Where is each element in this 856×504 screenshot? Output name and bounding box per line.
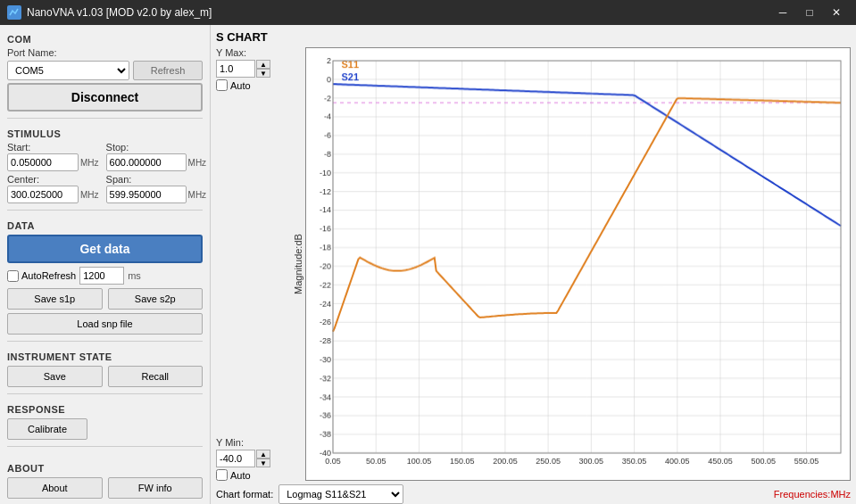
chart-title: S CHART	[216, 30, 851, 44]
recall-button[interactable]: Recall	[108, 366, 204, 387]
about-section: ABOUT About FW info	[7, 459, 203, 499]
y-max-down-button[interactable]: ▼	[256, 69, 270, 78]
data-label: DATA	[7, 220, 203, 231]
y-min-auto-label[interactable]: Auto	[216, 469, 251, 481]
com-label: COM	[7, 34, 203, 45]
y-min-auto-checkbox[interactable]	[216, 469, 228, 481]
autorefresh-checkbox[interactable]	[7, 270, 19, 282]
save-recall-row: Save Recall	[7, 366, 203, 387]
y-max-up-button[interactable]: ▲	[256, 60, 270, 69]
y-max-control: Y Max: ▲ ▼ Auto	[216, 47, 287, 91]
calibrate-button[interactable]: Calibrate	[7, 418, 87, 440]
y-max-auto-checkbox[interactable]	[216, 79, 228, 91]
autorefresh-row: AutoRefresh ms	[7, 267, 203, 285]
divider-1	[7, 118, 203, 119]
start-label: Start:	[7, 142, 99, 153]
app-icon	[7, 5, 21, 20]
chart-area: Y Max: ▲ ▼ Auto Y Min:	[216, 47, 851, 481]
close-button[interactable]: ✕	[824, 3, 849, 22]
center-unit: MHz	[80, 190, 99, 200]
y-min-down-button[interactable]: ▼	[256, 459, 270, 467]
window-controls: ─ □ ✕	[770, 3, 849, 22]
response-label: RESPONSE	[7, 404, 203, 415]
disconnect-button[interactable]: Disconnect	[7, 83, 203, 112]
stop-input[interactable]	[106, 153, 187, 171]
stop-field-row: MHz	[106, 153, 207, 171]
start-field-row: MHz	[7, 153, 99, 171]
start-unit: MHz	[80, 158, 99, 168]
refresh-button[interactable]: Refresh	[133, 61, 203, 80]
com-section: COM Port Name: COM5 Refresh Disconnect	[7, 30, 203, 112]
y-min-up-button[interactable]: ▲	[256, 450, 270, 459]
chart-wrapper: Magnitude:dB	[291, 47, 851, 481]
divider-3	[7, 341, 203, 342]
y-max-input[interactable]	[216, 60, 255, 78]
about-label: ABOUT	[7, 463, 203, 474]
chart-canvas[interactable]	[306, 48, 850, 480]
span-label: Span:	[106, 174, 207, 185]
y-max-auto-label[interactable]: Auto	[216, 79, 251, 91]
start-group: Start: MHz	[7, 142, 99, 171]
chart-bottom: Chart format: Logmag S11&S21 Phase S11&S…	[216, 484, 851, 504]
maximize-button[interactable]: □	[797, 3, 822, 22]
instrument-section: INSTRUMENT STATE Save Recall	[7, 348, 203, 387]
stop-label: Stop:	[106, 142, 207, 153]
save-state-button[interactable]: Save	[7, 366, 103, 387]
data-section: DATA Get data AutoRefresh ms Save s1p Sa…	[7, 217, 203, 335]
span-unit: MHz	[188, 190, 207, 200]
fw-info-button[interactable]: FW info	[108, 477, 204, 499]
save-s1p-button[interactable]: Save s1p	[7, 288, 103, 310]
stop-unit: MHz	[188, 158, 207, 168]
start-input[interactable]	[7, 153, 79, 171]
y-max-spin-row: ▲ ▼	[216, 60, 270, 78]
chart-format-select[interactable]: Logmag S11&S21 Phase S11&S21 S11 Smith S…	[278, 484, 403, 504]
center-label: Center:	[7, 174, 99, 185]
chart-canvas-container[interactable]	[305, 47, 851, 481]
autorefresh-input[interactable]	[79, 267, 124, 285]
y-min-control: Y Min: ▲ ▼ Auto	[216, 437, 287, 481]
ms-label: ms	[128, 270, 141, 281]
y-min-spin-row: ▲ ▼	[216, 450, 270, 467]
y-max-spin-buttons: ▲ ▼	[256, 60, 270, 78]
about-buttons-row: About FW info	[7, 477, 203, 499]
about-button[interactable]: About	[7, 477, 103, 499]
span-input[interactable]	[106, 186, 187, 203]
minimize-button[interactable]: ─	[770, 3, 795, 22]
divider-5	[7, 446, 203, 447]
load-snp-button[interactable]: Load snp file	[7, 313, 203, 335]
x-axis-label: Frequencies:MHz	[774, 489, 851, 500]
chart-controls: Y Max: ▲ ▼ Auto Y Min:	[216, 47, 287, 481]
instrument-label: INSTRUMENT STATE	[7, 351, 203, 362]
port-select[interactable]: COM5	[7, 61, 129, 80]
center-field-row: MHz	[7, 186, 99, 203]
y-min-input[interactable]	[216, 450, 255, 467]
save-s2p-button[interactable]: Save s2p	[108, 288, 204, 310]
chart-format-row: Chart format: Logmag S11&S21 Phase S11&S…	[216, 484, 403, 504]
stimulus-section: STIMULUS Start: MHz Stop: MHz	[7, 125, 203, 203]
right-panel: S CHART Y Max: ▲ ▼ Auto	[211, 25, 856, 504]
center-span-row: Center: MHz Span: MHz	[7, 174, 203, 203]
y-max-label: Y Max:	[216, 47, 246, 58]
divider-4	[7, 393, 203, 394]
divider-2	[7, 210, 203, 211]
main-container: COM Port Name: COM5 Refresh Disconnect S…	[0, 25, 856, 504]
y-min-spin-buttons: ▲ ▼	[256, 450, 270, 467]
span-group: Span: MHz	[106, 174, 207, 203]
stimulus-label: STIMULUS	[7, 128, 203, 139]
span-field-row: MHz	[106, 186, 207, 203]
stop-group: Stop: MHz	[106, 142, 207, 171]
get-data-button[interactable]: Get data	[7, 235, 203, 263]
autorefresh-checkbox-label[interactable]: AutoRefresh	[7, 270, 76, 282]
left-panel: COM Port Name: COM5 Refresh Disconnect S…	[0, 25, 211, 504]
y-min-label: Y Min:	[216, 437, 244, 448]
port-name-label: Port Name:	[7, 47, 203, 58]
response-section: RESPONSE Calibrate	[7, 401, 203, 440]
y-axis-label: Magnitude:dB	[291, 47, 305, 481]
center-input[interactable]	[7, 186, 79, 203]
window-title: NanoVNA v1.03 [MOD v2.0 by alex_m]	[27, 6, 212, 19]
start-stop-row: Start: MHz Stop: MHz	[7, 142, 203, 171]
center-group: Center: MHz	[7, 174, 99, 203]
save-buttons-row: Save s1p Save s2p	[7, 288, 203, 310]
title-bar: NanoVNA v1.03 [MOD v2.0 by alex_m] ─ □ ✕	[0, 0, 856, 25]
chart-format-label: Chart format:	[216, 489, 273, 500]
